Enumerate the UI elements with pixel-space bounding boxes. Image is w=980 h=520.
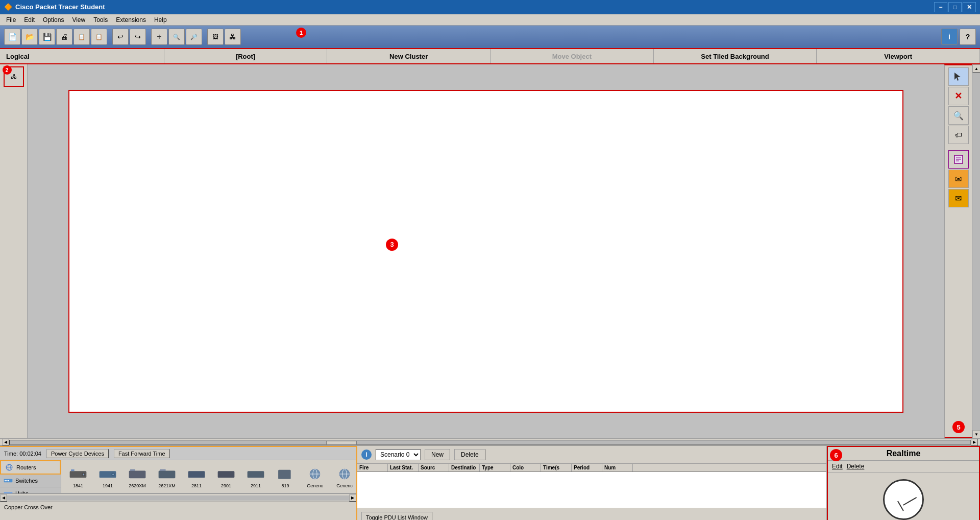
device-1941-icon — [96, 465, 119, 483]
col-destination: Destinatio — [449, 464, 480, 471]
tag-tool-button[interactable]: 🏷 — [948, 126, 969, 144]
device-scroll: ◀ ▶ — [0, 493, 356, 502]
device-1841[interactable]: 1841 — [65, 465, 91, 488]
paste-button[interactable]: 📋 — [91, 29, 107, 45]
select-tool-button[interactable] — [948, 67, 969, 86]
notes-tool-button[interactable] — [948, 150, 969, 169]
realtime-edit-button[interactable]: Edit — [832, 463, 843, 470]
help-button[interactable]: ? — [960, 29, 976, 45]
device-scroll-track[interactable] — [7, 495, 349, 501]
vscroll-up-button[interactable]: ▲ — [972, 64, 980, 73]
menu-extensions[interactable]: Extensions — [112, 15, 150, 25]
left-panel: 🖧 2 — [0, 64, 28, 438]
realtime-delete-button[interactable]: Delete — [847, 463, 865, 470]
info-button[interactable]: i — [941, 29, 958, 45]
delete-tool-button[interactable]: ✕ — [948, 87, 969, 105]
canvas-area[interactable]: 3 — [28, 64, 944, 438]
device-1941[interactable]: 1941 — [95, 465, 120, 488]
minimize-button[interactable]: − — [934, 2, 947, 12]
scenario-info-icon: i — [361, 450, 372, 460]
col-type: Type — [480, 464, 510, 471]
maximize-button[interactable]: □ — [948, 2, 962, 12]
menu-view[interactable]: View — [68, 15, 89, 25]
toggle-pdu-button[interactable]: Toggle PDU List Window — [361, 512, 432, 520]
move-object-button[interactable]: Move Object — [491, 49, 654, 63]
copy-button[interactable]: 📋 — [74, 29, 90, 45]
set-tiled-background-button[interactable]: Set Tiled Background — [654, 49, 817, 63]
device-819[interactable]: 819 — [273, 465, 298, 488]
cable-label: Copper Cross Over — [4, 504, 53, 510]
zoom-in-button[interactable]: + — [151, 29, 167, 45]
scenario-select[interactable]: Scenario 0 — [376, 449, 421, 460]
scenario-controls: i Scenario 0 New Delete — [357, 446, 826, 464]
menu-file[interactable]: File — [2, 15, 20, 25]
fast-forward-button[interactable]: Fast Forward Time — [114, 449, 170, 458]
device-generic-2[interactable]: Generic — [332, 465, 356, 488]
hscroll-left-button[interactable]: ◀ — [2, 439, 9, 446]
horizontal-scrollbar[interactable]: ◀ ▶ — [0, 438, 980, 445]
menu-tools[interactable]: Tools — [89, 15, 112, 25]
redo-button[interactable]: ↪ — [130, 29, 146, 45]
badge-5: 5 — [952, 421, 965, 433]
root-breadcrumb[interactable]: [Root] — [164, 49, 328, 63]
svg-rect-24 — [188, 471, 205, 478]
device-scroll-right[interactable]: ▶ — [349, 494, 356, 502]
device-2620xm-icon — [126, 465, 149, 483]
category-list: Routers Switches — [0, 460, 61, 493]
vscroll-track[interactable] — [972, 73, 980, 430]
device-2621xm-icon — [156, 465, 178, 483]
open-button[interactable]: 📂 — [21, 29, 38, 45]
vscroll-down-button[interactable]: ▼ — [972, 430, 980, 438]
col-time: Time(s — [541, 464, 572, 471]
scenario-delete-button[interactable]: Delete — [454, 449, 485, 460]
device-2811[interactable]: 2811 — [184, 465, 209, 488]
badge-2: 2 — [3, 65, 12, 75]
device-2911[interactable]: 2911 — [243, 465, 268, 488]
new-cluster-button[interactable]: New Cluster — [327, 49, 491, 63]
menu-edit[interactable]: Edit — [20, 15, 39, 25]
scenario-new-button[interactable]: New — [425, 449, 450, 460]
time-value: Time: 00:02:04 — [4, 451, 41, 457]
device-2901-icon — [215, 465, 237, 483]
device-2621xm[interactable]: 2621XM — [154, 465, 180, 488]
device-2911-icon — [244, 465, 267, 483]
new-button[interactable]: 📄 — [4, 29, 20, 45]
realtime-actions: Edit Delete — [828, 461, 979, 472]
envelope1-tool-button[interactable]: ✉ — [948, 170, 969, 188]
realtime-clock-face — [883, 479, 924, 520]
category-routers-label: Routers — [16, 464, 36, 470]
menu-help[interactable]: Help — [150, 15, 171, 25]
viewport-button[interactable]: Viewport — [817, 49, 980, 63]
logical-tab[interactable]: Logical — [0, 49, 164, 63]
svg-rect-21 — [130, 469, 135, 470]
image-button[interactable]: 🖼 — [207, 29, 224, 45]
category-switches[interactable]: Switches — [0, 475, 61, 487]
device-2620xm[interactable]: 2620XM — [125, 465, 150, 488]
svg-rect-27 — [278, 470, 291, 479]
hscroll-thumb[interactable] — [326, 441, 357, 445]
vertical-scrollbar[interactable]: ▲ ▼ — [972, 64, 980, 438]
left-tool-button[interactable]: 🖧 2 — [4, 66, 24, 87]
canvas-workspace[interactable]: 3 — [68, 90, 903, 413]
zoom-search-button[interactable]: 🔎 — [186, 29, 202, 45]
menu-options[interactable]: Options — [39, 15, 68, 25]
col-last-status: Last Stat. — [388, 464, 419, 471]
device-button[interactable]: 🖧 — [225, 29, 241, 45]
device-2901[interactable]: 2901 — [213, 465, 239, 488]
device-scroll-left[interactable]: ◀ — [0, 494, 7, 502]
hscroll-track[interactable] — [9, 440, 971, 445]
print-button[interactable]: 🖨 — [56, 29, 72, 45]
svg-point-9 — [5, 480, 6, 482]
scenario-panel: i Scenario 0 New Delete Fire Last Stat. … — [357, 446, 827, 520]
save-button[interactable]: 💾 — [39, 29, 55, 45]
envelope2-tool-button[interactable]: ✉ — [948, 189, 969, 207]
close-button[interactable]: ✕ — [963, 2, 976, 12]
zoom-button[interactable]: 🔍 — [168, 29, 185, 45]
hscroll-right-button[interactable]: ▶ — [971, 439, 978, 446]
device-generic-1[interactable]: Generic — [302, 465, 328, 488]
inspect-tool-button[interactable]: 🔍 — [948, 106, 969, 125]
category-routers[interactable]: Routers — [0, 460, 61, 475]
power-cycle-button[interactable]: Power Cycle Devices — [46, 449, 109, 458]
svg-rect-25 — [218, 471, 235, 478]
undo-button[interactable]: ↩ — [112, 29, 129, 45]
